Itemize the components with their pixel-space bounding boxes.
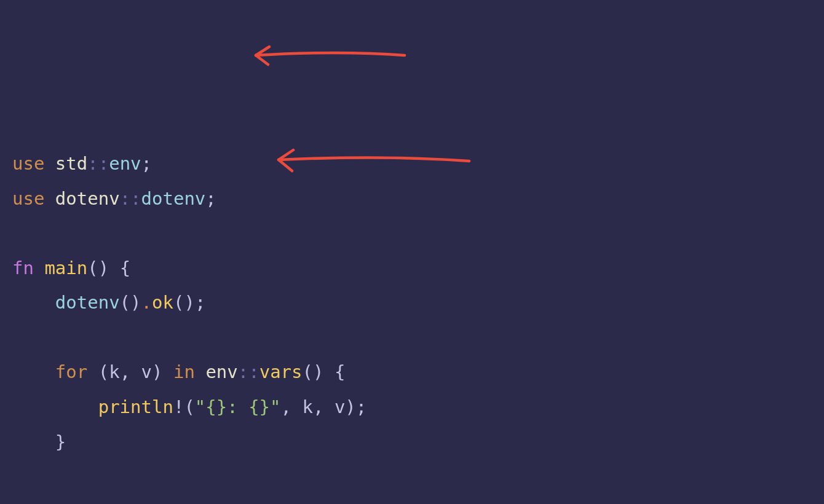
keyword-fn: fn <box>12 258 34 278</box>
code-line-4: fn main() { <box>12 251 812 286</box>
semicolon: ; <box>205 188 216 209</box>
rparen: ) <box>539 501 549 504</box>
module-env: env <box>281 501 313 504</box>
rparen: ) <box>313 361 323 382</box>
rbrace: } <box>55 431 66 452</box>
path-separator: :: <box>87 153 109 174</box>
semicolon: ; <box>195 292 205 313</box>
call-vars: vars <box>259 361 303 382</box>
dot: . <box>141 292 152 313</box>
lparen: ( <box>528 501 538 504</box>
module-env: env <box>205 361 237 382</box>
comma: , <box>120 361 130 382</box>
path-separator: :: <box>313 501 335 504</box>
module-env: env <box>109 153 141 174</box>
rparen: ) <box>442 501 452 504</box>
macro-println: println <box>55 501 130 504</box>
code-line-10-blank <box>12 459 812 494</box>
call-dotenv: dotenv <box>55 292 120 313</box>
lparen: ( <box>303 361 313 382</box>
lbrace: { <box>335 361 345 382</box>
rparen: ) <box>549 501 560 504</box>
comma: , <box>313 396 323 417</box>
rparen: ) <box>130 292 141 313</box>
module-dotenv: dotenv <box>55 188 120 209</box>
var-v: v <box>335 396 345 417</box>
keyword-use: use <box>12 153 44 174</box>
macro-println: println <box>98 396 173 417</box>
code-line-9: } <box>12 425 812 460</box>
lparen: ( <box>173 292 184 313</box>
var-k: k <box>109 361 119 382</box>
call-ok: ok <box>152 292 173 313</box>
lparen: ( <box>87 258 98 278</box>
call-unwrap: unwrap <box>463 501 528 504</box>
semicolon: ; <box>356 396 366 417</box>
arrow-annotation-top <box>240 43 412 68</box>
var-k: k <box>302 396 312 417</box>
rparen: ) <box>184 292 194 313</box>
rparen: ) <box>345 396 355 417</box>
comma: , <box>281 396 291 417</box>
dot: . <box>453 501 463 504</box>
code-line-6-blank <box>12 320 812 355</box>
lbrace: { <box>120 258 130 278</box>
lparen: ( <box>141 501 152 504</box>
lparen: ( <box>120 292 130 313</box>
path-separator: :: <box>120 188 141 209</box>
code-line-3-blank <box>12 216 812 251</box>
string-fmt-kv: "{}: {}" <box>195 396 281 417</box>
code-block: use std::env;use dotenv::dotenv; fn main… <box>12 146 812 504</box>
lparen: ( <box>184 396 194 417</box>
semicolon: ; <box>560 501 571 504</box>
code-line-8: println!("{}: {}", k, v); <box>12 390 812 425</box>
keyword-use: use <box>12 188 44 209</box>
path-separator: :: <box>238 361 259 382</box>
rparen: ) <box>98 258 109 278</box>
lparen: ( <box>98 361 109 382</box>
fn-dotenv: dotenv <box>141 188 206 209</box>
keyword-in: in <box>173 361 195 382</box>
string-path-fmt: "PATH: {}" <box>152 501 259 504</box>
keyword-for: for <box>55 361 87 382</box>
code-editor-view: { "code": { "use": "use", "fn": "fn", "f… <box>0 0 824 504</box>
lparen: ( <box>366 501 377 504</box>
module-std: std <box>55 153 87 174</box>
string-PATH: "PATH" <box>378 501 442 504</box>
bang: ! <box>173 396 184 417</box>
rparen: ) <box>152 361 162 382</box>
code-line-11: println!("PATH: {}", env::var("PATH").un… <box>12 494 812 504</box>
bang: ! <box>130 501 141 504</box>
code-line-1: use std::env; <box>12 146 812 181</box>
fn-main: main <box>44 258 87 278</box>
semicolon: ; <box>141 153 152 174</box>
code-line-5: dotenv().ok(); <box>12 285 812 320</box>
code-line-2: use dotenv::dotenv; <box>12 181 812 216</box>
var-v: v <box>141 361 152 382</box>
call-var: var <box>335 501 366 504</box>
comma: , <box>259 501 270 504</box>
code-line-7: for (k, v) in env::vars() { <box>12 355 812 390</box>
